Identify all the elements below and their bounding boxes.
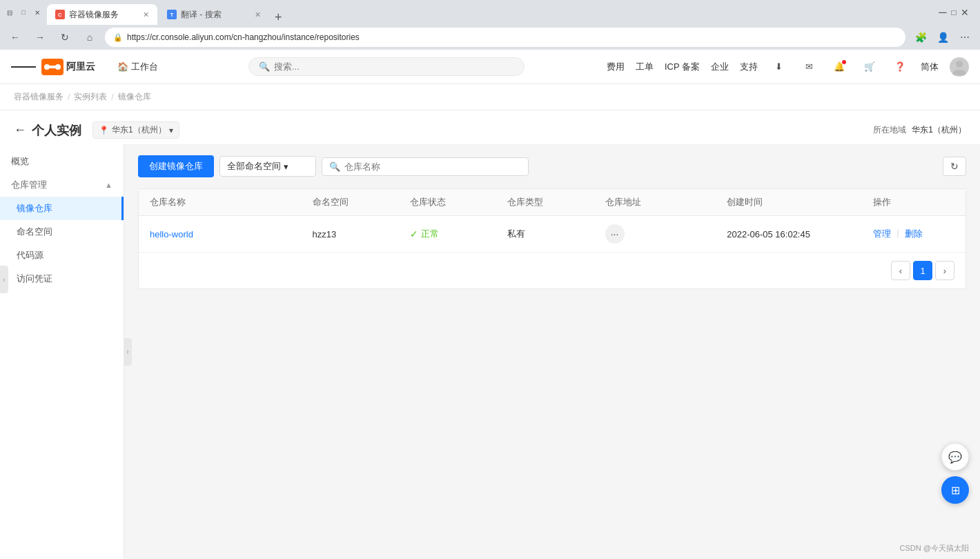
col-header-created: 创建时间 — [727, 196, 873, 208]
search-repo-input-wrap[interactable]: 🔍 — [322, 157, 529, 176]
search-icon: 🔍 — [259, 61, 270, 72]
refresh-button[interactable]: ↻ — [55, 28, 75, 47]
page-wrapper: 容器镜像服务 / 实例列表 / 镜像仓库 ← 个人实例 📍 华东1（杭州） ▾ … — [0, 84, 980, 559]
repo-name-link[interactable]: hello-world — [150, 229, 193, 239]
tab-translate[interactable]: T 翻译 - 搜索 ✕ — [159, 4, 269, 25]
tab-close-2[interactable]: ✕ — [255, 10, 261, 19]
nav-enterprise[interactable]: 企业 — [711, 61, 729, 73]
sidebar-namespace-label: 命名空间 — [17, 226, 52, 238]
manage-link[interactable]: 管理 — [873, 228, 891, 240]
close-window-btn[interactable]: ✕ — [961, 8, 969, 17]
pagination: ‹ 1 › — [139, 253, 966, 288]
page-btn-1[interactable]: 1 — [913, 261, 932, 280]
tab-favicon-2: T — [167, 10, 177, 19]
sidebar-image-repo-label: 镜像仓库 — [17, 202, 52, 215]
top-nav-right: 费用 工单 ICP 备案 企业 支持 ⬇ ✉ 🔔 🛒 ❓ 简体 — [607, 57, 969, 77]
region-info-label: 所在地域 — [873, 124, 906, 136]
region-dropdown-icon: ▾ — [169, 126, 173, 135]
workspace-button[interactable]: 🏠 工作台 — [109, 57, 166, 77]
action-separator: | — [896, 228, 899, 240]
search-bar-area: 🔍 — [180, 57, 593, 76]
sidebar-section-header-warehouse[interactable]: 仓库管理 ▲ — [0, 173, 124, 197]
address-more-btn[interactable]: ··· — [605, 224, 625, 244]
breadcrumb-item-2[interactable]: 实例列表 — [74, 91, 107, 103]
content-toolbar: 创建镜像仓库 全部命名空间 ▾ 🔍 ↻ — [138, 155, 966, 177]
window-controls: ⊟ □ ✕ — [6, 8, 41, 17]
tab-container-registry[interactable]: C 容器镜像服务 ✕ — [47, 4, 157, 25]
grid-float-btn[interactable]: ⊞ — [941, 476, 969, 504]
left-panel-toggle[interactable]: › — [0, 266, 8, 293]
repo-type: 私有 — [507, 228, 605, 240]
repo-namespace: hzz13 — [313, 229, 410, 239]
search-input[interactable] — [274, 61, 412, 72]
close-btn: ✕ — [33, 8, 41, 17]
sidebar-menu: 概览 仓库管理 ▲ 镜像仓库 命名空间 代码源 — [0, 144, 124, 296]
cart-icon-btn[interactable]: 🛒 — [860, 57, 879, 77]
back-arrow[interactable]: ← — [14, 123, 26, 137]
col-header-name: 仓库名称 — [150, 196, 313, 208]
main-content: 创建镜像仓库 全部命名空间 ▾ 🔍 ↻ 仓库名称 命名空间 仓库状态 仓库类型 — [124, 144, 980, 559]
browser-titlebar: ⊟ □ ✕ C 容器镜像服务 ✕ T 翻译 - 搜索 ✕ + ─ □ — [0, 0, 980, 25]
namespace-select[interactable]: 全部命名空间 ▾ — [219, 156, 316, 177]
chat-icon: 💬 — [948, 451, 962, 464]
delete-link[interactable]: 删除 — [905, 228, 923, 240]
create-repo-button[interactable]: 创建镜像仓库 — [138, 155, 214, 177]
svg-rect-2 — [48, 66, 57, 68]
home-button[interactable]: ⌂ — [80, 28, 99, 47]
tab-close-1[interactable]: ✕ — [143, 10, 149, 19]
sidebar-section-label: 仓库管理 — [11, 179, 47, 191]
breadcrumb-item-1[interactable]: 容器镜像服务 — [14, 91, 63, 103]
download-icon-btn[interactable]: ⬇ — [769, 57, 788, 77]
nav-cost[interactable]: 费用 — [607, 61, 625, 73]
grid-icon: ⊞ — [951, 484, 960, 497]
svg-point-3 — [956, 61, 963, 68]
window-btn: □ — [19, 8, 28, 17]
message-icon-btn[interactable]: ✉ — [799, 57, 819, 77]
minimize-btn[interactable]: ─ — [939, 8, 947, 17]
breadcrumb: 容器镜像服务 / 实例列表 / 镜像仓库 — [0, 84, 980, 110]
nav-support[interactable]: 支持 — [740, 61, 758, 73]
search-input-wrap[interactable]: 🔍 — [248, 57, 525, 76]
namespace-dropdown-icon: ▾ — [284, 161, 288, 172]
maximize-btn[interactable]: □ — [950, 8, 958, 17]
prev-page-btn[interactable]: ‹ — [891, 261, 910, 280]
forward-button[interactable]: → — [30, 28, 50, 47]
extensions-btn[interactable]: 🧩 — [911, 28, 930, 47]
logo-text: 阿里云 — [66, 61, 95, 73]
region-selector[interactable]: 📍 华东1（杭州） ▾ — [92, 121, 179, 139]
home-icon: 🏠 — [117, 61, 128, 72]
sidebar-item-code-source[interactable]: 代码源 — [0, 244, 124, 267]
sidebar-item-image-repo[interactable]: 镜像仓库 — [0, 197, 124, 220]
help-icon-btn[interactable]: ❓ — [890, 57, 910, 77]
language-label[interactable]: 简体 — [921, 61, 939, 73]
nav-icp[interactable]: ICP 备案 — [665, 61, 700, 73]
next-page-btn[interactable]: › — [935, 261, 954, 280]
browser-addressbar: ← → ↻ ⌂ 🔒 https://cr.console.aliyun.com/… — [0, 25, 980, 50]
tab-title-2: 翻译 - 搜索 — [181, 9, 222, 21]
tab-favicon-1: C — [55, 10, 65, 19]
back-button[interactable]: ← — [6, 28, 25, 47]
chat-float-btn[interactable]: 💬 — [941, 443, 969, 471]
new-tab-btn[interactable]: + — [269, 10, 288, 25]
address-bar[interactable]: 🔒 https://cr.console.aliyun.com/cn-hangz… — [105, 28, 905, 47]
more-browser-btn[interactable]: ⋯ — [955, 28, 974, 47]
sidebar-item-overview[interactable]: 概览 — [0, 150, 124, 173]
search-repo-input[interactable] — [344, 161, 482, 172]
refresh-button[interactable]: ↻ — [943, 157, 966, 176]
repo-status: ✓ 正常 — [410, 228, 507, 240]
url-text: https://cr.console.aliyun.com/cn-hangzho… — [127, 32, 360, 42]
sidebar-item-namespace[interactable]: 命名空间 — [0, 220, 124, 244]
float-buttons: 💬 ⊞ — [941, 443, 969, 504]
user-avatar[interactable] — [950, 57, 969, 77]
sidebar-item-access-cred[interactable]: 访问凭证 — [0, 267, 124, 291]
nav-ticket[interactable]: 工单 — [636, 61, 654, 73]
profile-btn[interactable]: 👤 — [933, 28, 952, 47]
sidebar-access-cred-label: 访问凭证 — [17, 273, 52, 285]
col-header-type: 仓库类型 — [507, 196, 605, 208]
watermark: CSDN @今天搞太阳 — [900, 543, 969, 553]
browser-chrome: ⊟ □ ✕ C 容器镜像服务 ✕ T 翻译 - 搜索 ✕ + ─ □ — [0, 0, 980, 50]
bell-icon-btn[interactable]: 🔔 — [830, 57, 849, 77]
hamburger-menu[interactable] — [11, 55, 36, 79]
status-check-icon: ✓ — [410, 228, 418, 239]
sidebar-collapse-btn[interactable]: › — [124, 338, 132, 366]
